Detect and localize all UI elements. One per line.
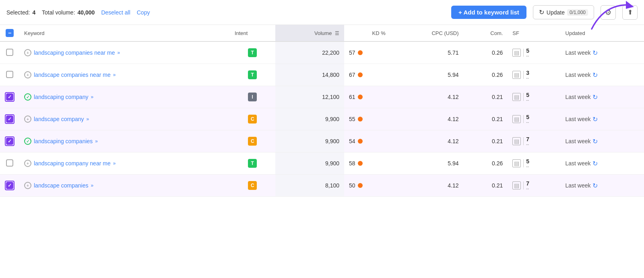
keyword-link[interactable]: ✓ landscaping company » (24, 93, 93, 101)
checkbox-checked[interactable] (6, 182, 13, 189)
plus-circle-icon: + (24, 160, 31, 167)
refresh-button[interactable]: ↻ (592, 115, 598, 123)
row-checkbox-cell[interactable] (0, 130, 19, 152)
row-checkbox-cell[interactable] (0, 41, 19, 64)
checkbox-unchecked[interactable] (6, 49, 13, 56)
sf-number: 7-- (526, 136, 529, 146)
row-updated: Last week ↻ (561, 108, 644, 130)
sf-page-icon: ▤ (512, 181, 521, 189)
keyword-text: landscaping company near me (34, 160, 111, 167)
keyword-text: landscaping companies near me (34, 49, 115, 56)
plus-circle-icon: + (24, 115, 31, 123)
table-row: + landscaping company near me » T9,900 5… (0, 152, 644, 175)
keyword-link[interactable]: ✓ landscaping companies » (24, 138, 98, 145)
checkbox-unchecked[interactable] (6, 71, 13, 78)
selection-info: Selected: 4 Total volume: 40,000 (6, 9, 95, 16)
row-sf: ▤ 3-- (508, 64, 560, 86)
row-cpc: 4.12 (390, 175, 464, 197)
export-button[interactable]: ⬆ (622, 5, 638, 20)
deselect-all-button[interactable]: Deselect all (101, 9, 130, 16)
refresh-button[interactable]: ↻ (592, 160, 598, 167)
refresh-button[interactable]: ↻ (592, 49, 598, 57)
row-com: 0.21 (464, 175, 508, 197)
kd-value: 54 (349, 138, 355, 144)
intent-badge: T (248, 159, 257, 168)
keyword-text: landscaping companies (34, 138, 93, 144)
checkbox-checked[interactable] (6, 115, 13, 123)
chevron-double-icon: » (91, 183, 93, 188)
table-row: + landscape companies near me » T14,800 … (0, 64, 644, 86)
row-kd: 54 (344, 130, 390, 152)
header-sf: SF (508, 25, 560, 41)
row-sf: ▤ 7-- (508, 130, 560, 152)
row-updated: Last week ↻ (561, 86, 644, 108)
refresh-button[interactable]: ↻ (592, 182, 598, 189)
kd-dot (358, 50, 363, 55)
row-checkbox-cell[interactable] (0, 64, 19, 86)
table-row: ✓ landscaping companies » C9,900 54 4.12… (0, 130, 644, 152)
row-checkbox-cell[interactable] (0, 175, 19, 197)
checkbox-checked[interactable] (6, 138, 13, 145)
row-sf: ▤ 5-- (508, 86, 560, 108)
row-keyword: + landscape companies near me » (19, 64, 230, 86)
row-keyword: ✓ landscaping companies » (19, 130, 230, 152)
row-checkbox-cell[interactable] (0, 152, 19, 175)
keyword-link[interactable]: + landscape companies near me » (24, 71, 116, 78)
deselect-all-checkbox[interactable] (6, 29, 14, 37)
row-kd: 61 (344, 86, 390, 108)
keyword-text: landscape companies near me (34, 72, 111, 78)
kd-dot (358, 139, 363, 144)
row-cpc: 5.71 (390, 41, 464, 64)
sf-page-icon: ▤ (512, 137, 521, 145)
header-checkbox-cell[interactable] (0, 25, 19, 41)
checkbox-unchecked[interactable] (6, 159, 13, 167)
refresh-button[interactable]: ↻ (592, 138, 598, 145)
keyword-link[interactable]: + landscaping company near me » (24, 160, 116, 167)
header-volume[interactable]: Volume ☰ (275, 25, 344, 41)
row-checkbox-cell[interactable] (0, 108, 19, 130)
header-com: Com. (464, 25, 508, 41)
refresh-button[interactable]: ↻ (592, 93, 598, 101)
row-intent: T (230, 64, 275, 86)
copy-button[interactable]: Copy (137, 9, 150, 16)
sort-icon: ☰ (335, 31, 339, 36)
updated-text: Last week (566, 182, 591, 189)
keyword-link[interactable]: + landscape companies » (24, 182, 93, 189)
row-keyword: + landscaping companies near me » (19, 41, 230, 64)
refresh-button[interactable]: ↻ (592, 71, 598, 79)
row-sf: ▤ 5-- (508, 152, 560, 175)
sf-number: 3-- (526, 70, 529, 80)
sf-page-icon: ▤ (512, 49, 521, 57)
row-com: 0.26 (464, 41, 508, 64)
row-keyword: ✓ landscaping company » (19, 86, 230, 108)
keyword-link[interactable]: + landscaping companies near me » (24, 49, 120, 56)
row-intent: C (230, 175, 275, 197)
row-intent: T (230, 152, 275, 175)
updated-text: Last week (566, 94, 591, 100)
row-intent: T (230, 41, 275, 64)
add-to-keyword-list-button[interactable]: + Add to keyword list (451, 6, 526, 19)
row-volume: 22,200 (275, 41, 344, 64)
row-cpc: 5.94 (390, 152, 464, 175)
row-checkbox-cell[interactable] (0, 86, 19, 108)
update-button[interactable]: ↻ Update 0/1,000 (533, 5, 594, 19)
kd-dot (358, 72, 363, 77)
keyword-link[interactable]: + landscape company » (24, 115, 89, 123)
kd-dot (358, 161, 363, 166)
chevron-double-icon: » (87, 116, 89, 122)
row-intent: C (230, 108, 275, 130)
updated-text: Last week (566, 49, 591, 56)
plus-circle-icon: + (24, 182, 31, 189)
row-com: 0.21 (464, 86, 508, 108)
update-counter: 0/1,000 (567, 9, 588, 16)
row-updated: Last week ↻ (561, 41, 644, 64)
sf-number: 5-- (526, 158, 529, 169)
chevron-double-icon: » (91, 94, 93, 100)
checkbox-checked[interactable] (6, 93, 13, 101)
header-kd: KD % (344, 25, 390, 41)
sf-number: 5-- (526, 114, 529, 124)
settings-button[interactable]: ⚙ (601, 5, 616, 20)
keyword-text: landscaping company (34, 94, 88, 100)
intent-badge: T (248, 48, 257, 57)
sf-number: 5-- (526, 92, 529, 102)
